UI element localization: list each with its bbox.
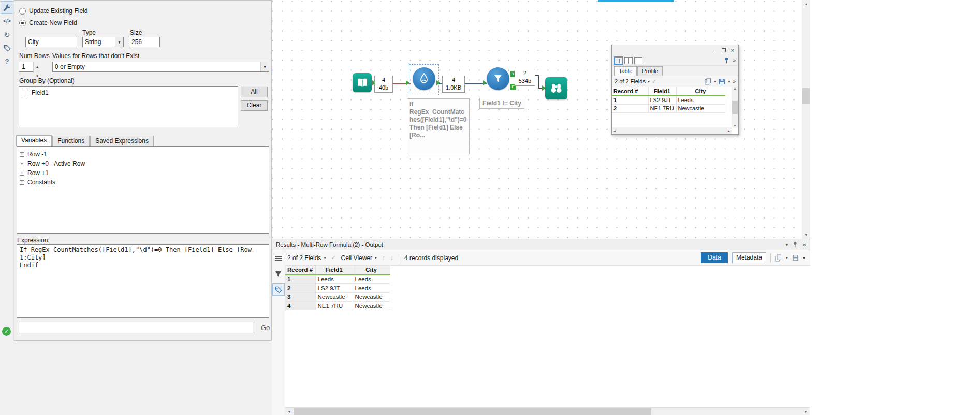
overflow-chevron-icon[interactable]: » (733, 79, 736, 84)
tab-saved-expressions[interactable]: Saved Expressions (90, 136, 154, 146)
connection-progress-label[interactable]: 2 534b (515, 69, 535, 86)
tree-item-row-plus1[interactable]: + Row +1 (20, 168, 266, 178)
results-menu-icon[interactable] (273, 253, 284, 264)
column-header[interactable]: City (676, 87, 725, 96)
save-icon[interactable] (719, 78, 725, 85)
maximize-icon[interactable] (722, 48, 726, 52)
multi-row-formula-tool[interactable] (413, 67, 435, 90)
expression-search-input[interactable] (19, 322, 253, 333)
help-tab-icon[interactable]: ? (1, 55, 13, 67)
scroll-right-icon[interactable]: ► (727, 130, 730, 133)
input-anchor-icon[interactable] (483, 80, 487, 85)
split-vertical-icon[interactable] (624, 57, 633, 64)
tab-variables[interactable]: Variables (16, 135, 52, 146)
scrollbar-thumb[interactable] (294, 408, 651, 415)
radio-create-new-field[interactable]: Create New Field (19, 19, 77, 26)
tree-item-row-minus1[interactable]: + Row -1 (20, 150, 266, 159)
cell[interactable]: Leeds (353, 283, 390, 292)
cell[interactable]: 1 (285, 275, 315, 283)
type-dropdown[interactable]: String ▾ (82, 37, 124, 47)
cell[interactable]: Newcastle (353, 301, 390, 310)
cell[interactable]: Newcastle (315, 292, 353, 301)
column-header[interactable]: City (353, 266, 390, 275)
input-data-tool[interactable] (353, 73, 372, 92)
menu-chevron-icon[interactable]: ▾ (786, 242, 788, 247)
table-row[interactable]: 3NewcastleNewcastle (285, 292, 390, 301)
scroll-up-icon[interactable]: ▲ (734, 87, 737, 90)
tab-metadata[interactable]: Metadata (732, 252, 766, 263)
filter-annotation[interactable]: Field1 != City (479, 98, 524, 109)
code-tab-icon[interactable]: </> (1, 15, 13, 27)
cell[interactable]: Leeds (353, 275, 390, 283)
preview-vertical-scrollbar[interactable]: ▲ ▼ (732, 87, 738, 127)
cell[interactable]: 3 (285, 292, 315, 301)
cell[interactable]: 4 (285, 301, 315, 310)
preview-titlebar[interactable]: – × (612, 45, 738, 55)
scrollbar-thumb[interactable] (802, 88, 810, 104)
table-row[interactable]: 1LS2 9JTLeeds (612, 96, 725, 104)
scroll-right-icon[interactable]: ► (802, 410, 810, 413)
split-horizontal-icon[interactable] (634, 57, 642, 64)
annotation-tab-icon[interactable] (1, 42, 13, 54)
tab-table[interactable]: Table (614, 66, 637, 76)
arrow-down-icon[interactable]: ↓ (390, 254, 393, 262)
cell[interactable]: LS2 9JT (648, 96, 676, 104)
cell[interactable]: Leeds (676, 96, 725, 104)
minimize-icon[interactable]: – (713, 47, 716, 53)
size-input[interactable]: 256 (129, 37, 160, 47)
table-row[interactable]: 1LeedsLeeds (285, 275, 390, 283)
fields-dropdown[interactable]: 2 of 2 Fields ▾ (287, 254, 326, 262)
results-filter-icon[interactable] (273, 268, 284, 280)
results-tag-icon[interactable] (273, 284, 284, 295)
cell[interactable]: LS2 9JT (315, 283, 353, 292)
cell[interactable]: NE1 7RU (648, 104, 676, 112)
cell[interactable]: Newcastle (676, 104, 725, 112)
chevron-down-icon[interactable]: ▾ (714, 79, 716, 84)
refresh-tab-icon[interactable]: ↻ (1, 28, 13, 40)
cell-viewer-dropdown[interactable]: Cell Viewer ▾ (341, 254, 377, 262)
radio-update-existing-field[interactable]: Update Existing Field (19, 7, 87, 15)
new-field-name-input[interactable]: City (25, 37, 77, 47)
scroll-left-icon[interactable]: ◄ (285, 410, 293, 413)
copy-icon[interactable] (705, 78, 711, 85)
overflow-chevron-icon[interactable]: » (733, 58, 736, 63)
fields-dropdown[interactable]: 2 of 2 Fields (615, 78, 646, 84)
tree-item-row-active[interactable]: + Row +0 - Active Row (20, 159, 266, 168)
table-row[interactable]: 2NE1 7RUNewcastle (612, 104, 725, 112)
browse-tool[interactable] (545, 77, 567, 99)
chevron-down-icon[interactable]: ▾ (728, 79, 730, 84)
group-by-item-field1[interactable]: Field1 (19, 87, 238, 99)
all-button[interactable]: All (241, 87, 268, 97)
column-header[interactable]: Record # (612, 87, 648, 96)
chevron-down-icon[interactable]: ▾ (803, 255, 805, 260)
scrollbar-thumb[interactable] (732, 101, 738, 114)
scroll-down-icon[interactable]: ▼ (802, 231, 810, 239)
single-view-icon[interactable] (615, 57, 623, 64)
cell[interactable]: NE1 7RU (315, 301, 353, 310)
table-row[interactable]: 2LS2 9JTLeeds (285, 283, 390, 292)
scroll-up-icon[interactable]: ▲ (802, 0, 810, 8)
formula-annotation[interactable]: If RegEx_CountMatches([Field1],"\d")=0 T… (407, 98, 470, 154)
configuration-tab-icon[interactable] (1, 2, 13, 13)
cell[interactable]: 1 (612, 96, 648, 104)
tab-data[interactable]: Data (701, 252, 728, 263)
checkbox-icon[interactable] (22, 90, 28, 96)
input-anchor-icon[interactable] (406, 80, 409, 85)
chevron-down-icon[interactable]: ▾ (786, 255, 788, 260)
tree-item-constants[interactable]: + Constants (20, 178, 266, 187)
expand-icon[interactable]: + (20, 171, 24, 176)
arrow-up-icon[interactable]: ↑ (382, 254, 385, 262)
pin-icon[interactable] (724, 57, 729, 64)
clear-button[interactable]: Clear (241, 100, 268, 111)
expand-icon[interactable]: + (20, 162, 24, 166)
pin-icon[interactable] (793, 241, 798, 248)
tab-profile[interactable]: Profile (637, 66, 663, 76)
preview-horizontal-scrollbar[interactable]: ◄ ► (612, 127, 732, 134)
expand-icon[interactable]: + (20, 152, 24, 157)
column-header[interactable]: Record # (285, 266, 315, 275)
cell[interactable]: Leeds (315, 275, 353, 283)
column-header[interactable]: Field1 (315, 266, 353, 275)
results-titlebar[interactable]: Results - Multi-Row Formula (2) - Output… (272, 239, 810, 250)
num-rows-spinner[interactable]: 1 ▲ ▼ (19, 62, 41, 72)
tab-functions[interactable]: Functions (52, 136, 90, 146)
